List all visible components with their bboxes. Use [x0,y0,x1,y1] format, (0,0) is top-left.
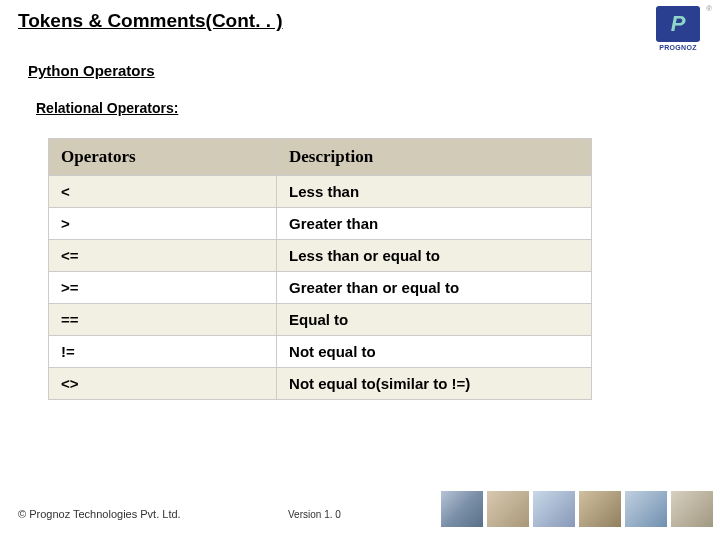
subsection-heading: Relational Operators: [36,100,178,116]
desc-cell: Greater than [277,208,592,240]
footer-thumb-icon [440,490,484,528]
slide-title: Tokens & Comments(Cont. . ) [18,10,283,32]
logo-square: P [656,6,700,42]
footer-thumb-icon [578,490,622,528]
table-row: == Equal to [49,304,592,336]
footer: © Prognoz Technologies Pvt. Ltd. Version… [0,486,720,532]
desc-cell: Less than [277,176,592,208]
header-operators: Operators [49,139,277,176]
table-header-row: Operators Description [49,139,592,176]
op-cell: == [49,304,277,336]
table-row: >= Greater than or equal to [49,272,592,304]
registered-symbol: ® [706,4,712,13]
table-row: != Not equal to [49,336,592,368]
brand-logo: ® P PROGNOZ [648,6,708,60]
op-cell: >= [49,272,277,304]
op-cell: > [49,208,277,240]
table-row: < Less than [49,176,592,208]
table-row: > Greater than [49,208,592,240]
operators-table: Operators Description < Less than > Grea… [48,138,592,400]
copyright-text: © Prognoz Technologies Pvt. Ltd. [18,508,181,520]
footer-thumb-icon [532,490,576,528]
desc-cell: Less than or equal to [277,240,592,272]
desc-cell: Not equal to(similar to !=) [277,368,592,400]
footer-thumb-icon [624,490,668,528]
op-cell: <= [49,240,277,272]
op-cell: <> [49,368,277,400]
desc-cell: Greater than or equal to [277,272,592,304]
footer-thumb-icon [670,490,714,528]
table-row: <= Less than or equal to [49,240,592,272]
footer-images [440,490,714,528]
table-row: <> Not equal to(similar to !=) [49,368,592,400]
logo-text: PROGNOZ [659,44,697,51]
version-text: Version 1. 0 [288,509,341,520]
op-cell: != [49,336,277,368]
section-heading: Python Operators [28,62,155,79]
desc-cell: Equal to [277,304,592,336]
desc-cell: Not equal to [277,336,592,368]
footer-thumb-icon [486,490,530,528]
header-description: Description [277,139,592,176]
op-cell: < [49,176,277,208]
